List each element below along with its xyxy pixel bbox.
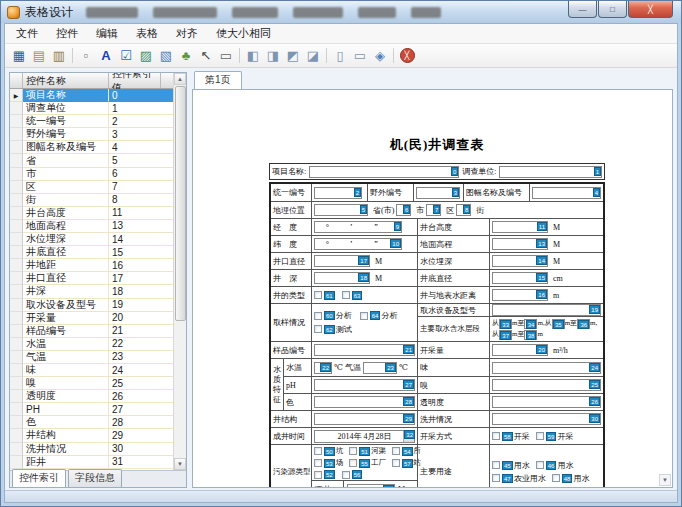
table-row[interactable]: 统一编号 2: [10, 115, 173, 128]
control-name-cell[interactable]: 地面高程: [23, 220, 109, 233]
row-selector[interactable]: [10, 181, 23, 194]
row-selector[interactable]: [10, 220, 23, 233]
checkbox-item[interactable]: 53场: [314, 458, 343, 468]
checkbox-item[interactable]: 62测试: [314, 324, 352, 335]
checkbox[interactable]: [492, 461, 500, 469]
checkbox-item[interactable]: 58开采: [492, 431, 530, 442]
control-index-cell[interactable]: 7: [109, 181, 161, 194]
checkbox[interactable]: [314, 325, 322, 333]
menu-item[interactable]: 控件: [47, 23, 87, 44]
control-index-cell[interactable]: 15: [109, 246, 161, 259]
table-row[interactable]: 距井 31: [10, 456, 173, 469]
checkbox-item[interactable]: 46用水: [536, 460, 574, 471]
ph-input[interactable]: 27: [314, 379, 415, 391]
unified-no-input[interactable]: 2: [314, 187, 362, 199]
control-index-cell[interactable]: 5: [109, 154, 161, 167]
checkbox[interactable]: [349, 459, 357, 467]
table-row[interactable]: 样品编号 21: [10, 325, 173, 338]
menu-item[interactable]: 表格: [127, 23, 167, 44]
align-top-icon[interactable]: ◩: [283, 46, 303, 66]
minimize-button[interactable]: —: [568, 1, 597, 18]
checkbox-control-icon[interactable]: ☑: [116, 46, 136, 66]
water-depth-input[interactable]: 14: [492, 255, 548, 267]
control-index-cell[interactable]: 20: [109, 312, 161, 325]
table-row[interactable]: 区 7: [10, 181, 173, 194]
row-selector[interactable]: [10, 259, 23, 272]
sample-no-input[interactable]: 21: [314, 344, 415, 356]
control-index-cell[interactable]: 3: [109, 128, 161, 141]
control-index-cell[interactable]: 30: [109, 443, 161, 456]
control-name-cell[interactable]: 气温: [23, 351, 109, 364]
maximize-button[interactable]: □: [598, 1, 627, 18]
separator[interactable]: [390, 46, 397, 66]
row-selector[interactable]: [10, 456, 23, 469]
control-name-cell[interactable]: 井结构: [23, 429, 109, 442]
control-name-cell[interactable]: 项目名称: [23, 89, 109, 102]
control-index-cell[interactable]: 11: [109, 207, 161, 220]
separator[interactable]: [323, 46, 330, 66]
tree-control-icon[interactable]: ♣: [176, 46, 196, 66]
control-index-cell[interactable]: 22: [109, 338, 161, 351]
control-index-cell[interactable]: 24: [109, 364, 161, 377]
control-index-cell[interactable]: 1: [109, 102, 161, 115]
same-height-icon[interactable]: ▭: [350, 46, 370, 66]
ground-elevation-input[interactable]: 13: [492, 238, 548, 250]
checkbox[interactable]: [360, 312, 368, 320]
grid-scrollbar[interactable]: ▲ ▼: [173, 73, 186, 470]
location-input[interactable]: 5: [314, 204, 368, 216]
checkbox[interactable]: [492, 474, 500, 482]
map-no-input[interactable]: 4: [532, 187, 601, 199]
checkbox[interactable]: [536, 432, 544, 440]
control-name-cell[interactable]: 街: [23, 194, 109, 207]
control-name-cell[interactable]: 市: [23, 168, 109, 181]
checkbox-item[interactable]: 59开采: [536, 431, 574, 442]
checkbox-item[interactable]: 51河渠: [349, 446, 386, 456]
picture-control-icon[interactable]: ▨: [136, 46, 156, 66]
control-index-cell[interactable]: 21: [109, 325, 161, 338]
water-temp-input[interactable]: 22: [314, 362, 332, 374]
table-row[interactable]: 井深 18: [10, 285, 173, 298]
control-name-cell[interactable]: 井底直径: [23, 246, 109, 259]
menu-item[interactable]: 对齐: [167, 23, 207, 44]
control-name-cell[interactable]: PH: [23, 403, 109, 416]
tab-page1[interactable]: 第1页: [194, 71, 242, 89]
control-name-cell[interactable]: 色: [23, 416, 109, 429]
checkbox[interactable]: [552, 474, 560, 482]
canvas-scroll-down-icon[interactable]: ▼: [659, 474, 671, 486]
control-name-cell[interactable]: 水温: [23, 338, 109, 351]
table-row[interactable]: 洗井情况 30: [10, 443, 173, 456]
paste-icon[interactable]: ▥: [49, 46, 69, 66]
control-index-cell[interactable]: 29: [109, 429, 161, 442]
table-row[interactable]: 井地距 16: [10, 259, 173, 272]
frame-control-icon[interactable]: ▧: [156, 46, 176, 66]
row-selector[interactable]: [10, 128, 23, 141]
open-icon[interactable]: ▤: [29, 46, 49, 66]
row-selector[interactable]: [10, 194, 23, 207]
checkbox[interactable]: [349, 447, 357, 455]
aquifer-to-input[interactable]: 34: [524, 319, 537, 329]
table-row[interactable]: 调查单位 1: [10, 102, 173, 115]
control-name-cell[interactable]: 井口直径: [23, 272, 109, 285]
aquifer-from-input[interactable]: 37: [499, 330, 512, 340]
separator[interactable]: [69, 46, 76, 66]
column-header-name[interactable]: 控件名称: [23, 73, 109, 88]
control-index-cell[interactable]: 4: [109, 141, 161, 154]
checkbox-item[interactable]: 48用水: [552, 473, 590, 484]
structure-input[interactable]: 29: [314, 413, 415, 425]
menu-item[interactable]: 编辑: [87, 23, 127, 44]
control-name-cell[interactable]: 统一编号: [23, 115, 109, 128]
table-row[interactable]: 井台高度 11: [10, 207, 173, 220]
row-selector[interactable]: [10, 272, 23, 285]
aquifer-to-input[interactable]: 38: [524, 330, 537, 340]
table-row[interactable]: 嗅 25: [10, 377, 173, 390]
scroll-down-icon[interactable]: ▼: [174, 458, 186, 470]
surface-distance-input[interactable]: 16: [492, 289, 548, 301]
control-index-cell[interactable]: 0: [109, 89, 161, 102]
control-name-cell[interactable]: 野外编号: [23, 128, 109, 141]
table-row[interactable]: 井口直径 17: [10, 272, 173, 285]
menu-item[interactable]: 使大小相同: [207, 23, 280, 44]
control-name-cell[interactable]: 取水设备及型号: [23, 299, 109, 312]
checkbox-item[interactable]: 47农业用水: [492, 473, 546, 484]
align-bottom-icon[interactable]: ◪: [303, 46, 323, 66]
checkbox-item[interactable]: 45用水: [492, 460, 530, 471]
